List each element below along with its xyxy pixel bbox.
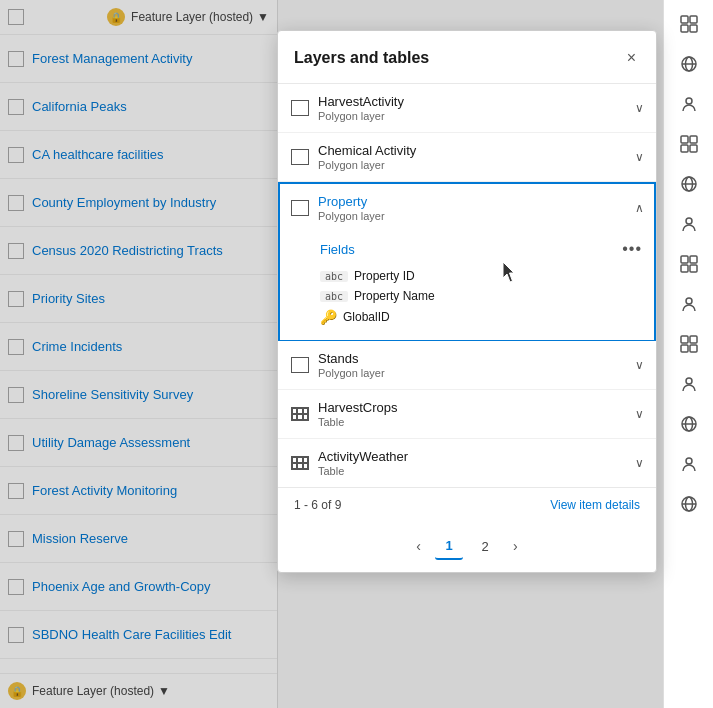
polygon-icon [290,147,310,167]
polygon-icon [290,98,310,118]
close-button[interactable]: × [623,45,640,71]
layer-type: Polygon layer [318,159,627,171]
svg-rect-22 [690,336,697,343]
field-name: GlobalID [343,310,390,324]
person5-icon[interactable] [669,444,709,484]
grid2-icon[interactable] [669,124,709,164]
svg-rect-21 [681,336,688,343]
field-name: Property Name [354,289,435,303]
layer-info: HarvestCrops Table [318,400,627,428]
field-row-2: 🔑 GlobalID [320,306,642,328]
layer-name: Chemical Activity [318,143,627,158]
field-name: Property ID [354,269,415,283]
svg-rect-19 [690,265,697,272]
fields-header: Fields ••• [320,240,642,258]
field-type-badge: abc [320,271,348,282]
layer-name: Property [318,194,627,209]
svg-rect-8 [681,136,688,143]
polygon-icon [290,355,310,375]
page-1-button[interactable]: 1 [435,532,463,560]
chevron-down-icon[interactable]: ∨ [635,358,644,372]
globe2-icon[interactable] [669,164,709,204]
layer-type: Polygon layer [318,110,627,122]
globe3-icon[interactable] [669,404,709,444]
layer-name: Stands [318,351,627,366]
person3-icon[interactable] [669,284,709,324]
svg-point-29 [686,458,692,464]
person2-icon[interactable] [669,204,709,244]
table-icon [290,453,310,473]
chevron-down-icon[interactable]: ∨ [635,456,644,470]
svg-rect-24 [690,345,697,352]
svg-rect-2 [681,25,688,32]
globe-icon[interactable] [669,44,709,84]
person-icon[interactable] [669,84,709,124]
next-page-button[interactable]: › [507,534,524,558]
globe4-icon[interactable] [669,484,709,524]
field-type-badge: abc [320,291,348,302]
svg-rect-11 [690,145,697,152]
expanded-fields-panel: Fields ••• abc Property ID abc Property … [278,232,656,341]
modal-header: Layers and tables × [278,31,656,84]
layer-info: ActivityWeather Table [318,449,627,477]
chevron-down-icon[interactable]: ∨ [635,101,644,115]
layer-type: Table [318,465,627,477]
layer-row-activityweather[interactable]: ActivityWeather Table ∨ [278,439,656,487]
layer-row-harvestactivity[interactable]: HarvestActivity Polygon layer ∨ [278,84,656,133]
svg-rect-17 [690,256,697,263]
svg-rect-0 [681,16,688,23]
svg-rect-9 [690,136,697,143]
layers-tables-modal: Layers and tables × HarvestActivity Poly… [277,30,657,573]
table-icon [290,404,310,424]
svg-point-20 [686,298,692,304]
field-row-1: abc Property Name [320,286,642,306]
field-row-0: abc Property ID [320,266,642,286]
grid-icon[interactable] [669,4,709,44]
prev-page-button[interactable]: ‹ [410,534,427,558]
layer-type: Polygon layer [318,367,627,379]
chevron-down-icon[interactable]: ∨ [635,150,644,164]
layer-info: Stands Polygon layer [318,351,627,379]
view-item-details-link[interactable]: View item details [550,498,640,512]
svg-point-7 [686,98,692,104]
layer-info: Property Polygon layer [318,194,627,222]
svg-point-25 [686,378,692,384]
layer-type: Polygon layer [318,210,627,222]
modal-body: HarvestActivity Polygon layer ∨ Chemical… [278,84,656,487]
layer-row-property[interactable]: Property Polygon layer ∧ [278,182,656,232]
chevron-up-icon[interactable]: ∧ [635,201,644,215]
layer-name: HarvestActivity [318,94,627,109]
fields-link[interactable]: Fields [320,242,355,257]
page-info: 1 - 6 of 9 [294,498,341,512]
svg-point-15 [686,218,692,224]
layer-type: Table [318,416,627,428]
key-icon: 🔑 [320,309,337,325]
layer-row-stands[interactable]: Stands Polygon layer ∨ [278,341,656,390]
page-2-button[interactable]: 2 [471,532,499,560]
grid3-icon[interactable] [669,244,709,284]
person4-icon[interactable] [669,364,709,404]
layer-name: HarvestCrops [318,400,627,415]
svg-rect-3 [690,25,697,32]
layer-row-harvestcrops[interactable]: HarvestCrops Table ∨ [278,390,656,439]
svg-rect-16 [681,256,688,263]
chevron-down-icon[interactable]: ∨ [635,407,644,421]
svg-rect-18 [681,265,688,272]
layer-row-chemical[interactable]: Chemical Activity Polygon layer ∨ [278,133,656,182]
pagination: ‹ 1 2 › [278,522,656,572]
layer-info: HarvestActivity Polygon layer [318,94,627,122]
svg-rect-23 [681,345,688,352]
modal-footer: 1 - 6 of 9 View item details [278,487,656,522]
fields-more-button[interactable]: ••• [622,240,642,258]
icon-bar [663,0,713,708]
svg-rect-1 [690,16,697,23]
layer-info: Chemical Activity Polygon layer [318,143,627,171]
svg-rect-10 [681,145,688,152]
modal-title: Layers and tables [294,49,429,67]
layer-name: ActivityWeather [318,449,627,464]
grid4-icon[interactable] [669,324,709,364]
polygon-icon [290,198,310,218]
